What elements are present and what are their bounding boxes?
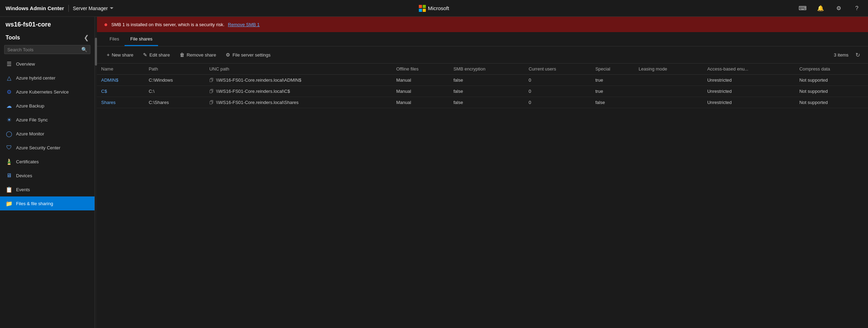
cell-current-users: 0 bbox=[524, 75, 591, 86]
warning-icon: ● bbox=[104, 21, 108, 28]
items-count: 3 items bbox=[834, 52, 848, 58]
copy-icon: 🗍 bbox=[209, 89, 214, 94]
col-special: Special bbox=[591, 64, 634, 75]
cell-unc-path: 🗍 \\WS16-FS01-Core.reinders.local\C$ bbox=[205, 86, 392, 97]
top-bar: Windows Admin Center Server Manager Micr… bbox=[0, 0, 868, 17]
sidebar-item-azure-security[interactable]: 🛡 Azure Security Center bbox=[0, 141, 95, 155]
main-layout: ws16-fs01-core Tools ❮ 🔍 ☰ Overview △ Az… bbox=[0, 17, 868, 328]
remove-smb1-link[interactable]: Remove SMB 1 bbox=[228, 22, 260, 27]
help-button[interactable]: ? bbox=[851, 3, 862, 14]
sidebar-item-files-sharing[interactable]: 📁 Files & file sharing bbox=[0, 196, 95, 210]
top-bar-left: Windows Admin Center Server Manager bbox=[6, 5, 113, 12]
sidebar-item-label: Devices bbox=[16, 173, 32, 178]
settings-button[interactable]: ⚙ bbox=[833, 3, 844, 14]
sidebar-item-certificates[interactable]: 🎍 Certificates bbox=[0, 155, 95, 169]
sidebar-item-label: Azure Backup bbox=[16, 103, 44, 109]
new-share-label: New share bbox=[112, 52, 133, 58]
cell-special: true bbox=[591, 86, 634, 97]
cell-leasing-mode bbox=[634, 97, 703, 108]
azure-file-sync-icon: ☀ bbox=[6, 116, 13, 123]
share-name-link[interactable]: ADMIN$ bbox=[101, 77, 118, 83]
refresh-button[interactable]: ↻ bbox=[853, 50, 862, 60]
table-row: ADMIN$ C:\Windows 🗍 \\WS16-FS01-Core.rei… bbox=[97, 75, 868, 86]
azure-security-icon: 🛡 bbox=[6, 144, 13, 151]
col-offline-files: Offline files bbox=[392, 64, 449, 75]
sidebar-item-overview[interactable]: ☰ Overview bbox=[0, 57, 95, 71]
azure-hybrid-icon: △ bbox=[6, 74, 13, 81]
cell-compress-data: Not supported bbox=[795, 75, 868, 86]
azure-kubernetes-icon: ⚙ bbox=[6, 88, 13, 95]
top-bar-right: ⌨ 🔔 ⚙ ? bbox=[797, 3, 862, 14]
chevron-down-icon bbox=[110, 7, 113, 9]
ms-blue-square bbox=[419, 9, 422, 12]
share-name-link[interactable]: Shares bbox=[101, 100, 115, 105]
sidebar-item-events[interactable]: 📋 Events bbox=[0, 182, 95, 196]
copy-icon: 🗍 bbox=[209, 100, 214, 105]
overview-icon: ☰ bbox=[6, 60, 13, 67]
cell-name: ADMIN$ bbox=[97, 75, 144, 86]
sidebar-item-azure-kubernetes[interactable]: ⚙ Azure Kubernetes Service bbox=[0, 85, 95, 99]
app-name: Windows Admin Center bbox=[6, 5, 64, 11]
cell-path: C:\ bbox=[144, 86, 205, 97]
azure-backup-icon: ☁ bbox=[6, 102, 13, 109]
top-bar-center: Microsoft bbox=[419, 5, 449, 12]
events-icon: 📋 bbox=[6, 186, 13, 193]
divider bbox=[68, 5, 69, 12]
edit-share-button[interactable]: ✎ Edit share bbox=[139, 50, 174, 60]
remove-share-button[interactable]: 🗑 Remove share bbox=[175, 50, 220, 60]
cell-access-based: Unrestricted bbox=[703, 75, 795, 86]
server-selector[interactable]: Server Manager bbox=[73, 6, 113, 11]
sidebar-item-label: Certificates bbox=[16, 159, 39, 164]
cell-name: C$ bbox=[97, 86, 144, 97]
sidebar-item-devices[interactable]: 🖥 Devices bbox=[0, 169, 95, 182]
ms-logo-grid bbox=[419, 5, 426, 12]
sidebar-item-azure-hybrid[interactable]: △ Azure hybrid center bbox=[0, 71, 95, 85]
new-share-button[interactable]: + New share bbox=[103, 50, 137, 60]
cell-offline-files: Manual bbox=[392, 86, 449, 97]
remove-share-label: Remove share bbox=[187, 52, 216, 58]
ms-yellow-square bbox=[423, 9, 426, 12]
sidebar-item-label: Azure Monitor bbox=[16, 131, 44, 136]
search-input[interactable] bbox=[7, 47, 81, 52]
col-smb-encryption: SMB encryption bbox=[449, 64, 525, 75]
tabs-bar: Files File shares bbox=[97, 32, 868, 46]
share-name-link[interactable]: C$ bbox=[101, 89, 107, 94]
tab-file-shares[interactable]: File shares bbox=[125, 32, 158, 46]
cell-smb-encryption: false bbox=[449, 97, 525, 108]
tab-files[interactable]: Files bbox=[104, 32, 125, 46]
plus-icon: + bbox=[107, 52, 110, 58]
search-box[interactable]: 🔍 bbox=[4, 45, 90, 54]
collapse-sidebar-button[interactable]: ❮ bbox=[84, 34, 89, 42]
file-server-settings-button[interactable]: ⚙ File server settings bbox=[222, 50, 275, 60]
microsoft-logo bbox=[419, 5, 426, 12]
sidebar-item-label: Azure File Sync bbox=[16, 117, 48, 122]
cell-unc-path: 🗍 \\WS16-FS01-Core.reinders.local\ADMIN$ bbox=[205, 75, 392, 86]
cell-current-users: 0 bbox=[524, 97, 591, 108]
sidebar-nav: ☰ Overview △ Azure hybrid center ⚙ Azure… bbox=[0, 57, 95, 328]
table-row: C$ C:\ 🗍 \\WS16-FS01-Core.reinders.local… bbox=[97, 86, 868, 97]
sidebar-item-azure-monitor[interactable]: ◯ Azure Monitor bbox=[0, 127, 95, 141]
file-shares-table: Name Path UNC path Offline files SMB enc… bbox=[97, 64, 868, 108]
warning-banner: ● SMB 1 is installed on this server, whi… bbox=[97, 17, 868, 32]
server-selector-label: Server Manager bbox=[73, 6, 108, 11]
azure-monitor-icon: ◯ bbox=[6, 130, 13, 137]
file-server-settings-label: File server settings bbox=[232, 52, 270, 58]
edit-share-label: Edit share bbox=[149, 52, 170, 58]
cell-smb-encryption: false bbox=[449, 86, 525, 97]
cell-path: C:\Shares bbox=[144, 97, 205, 108]
bell-button[interactable]: 🔔 bbox=[815, 3, 826, 14]
sidebar-item-azure-backup[interactable]: ☁ Azure Backup bbox=[0, 99, 95, 113]
search-icon[interactable]: 🔍 bbox=[81, 47, 87, 52]
sidebar: ws16-fs01-core Tools ❮ 🔍 ☰ Overview △ Az… bbox=[0, 17, 95, 328]
sidebar-item-label: Events bbox=[16, 187, 30, 192]
sidebar-item-azure-file-sync[interactable]: ☀ Azure File Sync bbox=[0, 113, 95, 127]
cell-offline-files: Manual bbox=[392, 75, 449, 86]
cell-compress-data: Not supported bbox=[795, 97, 868, 108]
terminal-button[interactable]: ⌨ bbox=[797, 3, 808, 14]
cell-special: true bbox=[591, 75, 634, 86]
cell-access-based: Unrestricted bbox=[703, 86, 795, 97]
col-name: Name bbox=[97, 64, 144, 75]
cell-access-based: Unrestricted bbox=[703, 97, 795, 108]
cell-offline-files: Manual bbox=[392, 97, 449, 108]
col-current-users: Current users bbox=[524, 64, 591, 75]
